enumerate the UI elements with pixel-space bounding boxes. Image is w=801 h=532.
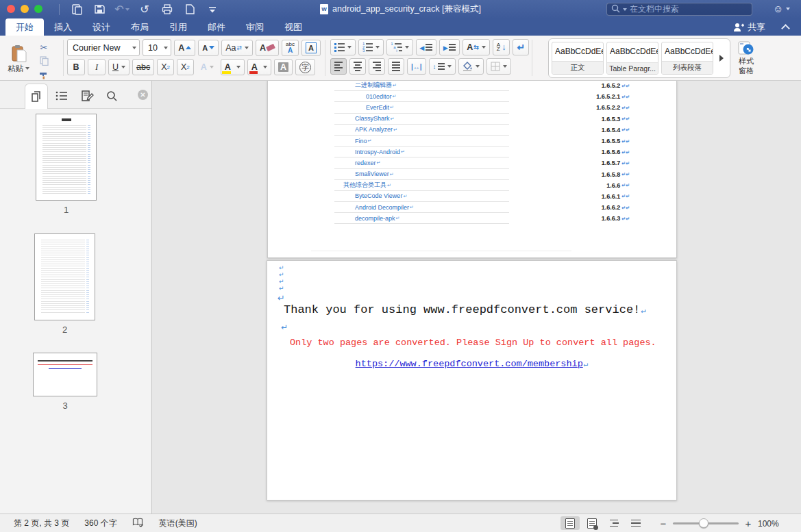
close-sidebar-button[interactable]: ✕ xyxy=(138,90,148,100)
document-canvas[interactable]: 二进制编辑器↵ 1.6.5.2↵↵ 010editor↵ 1.6.5.2.1↵↵ xyxy=(152,81,801,514)
shading-bucket-button[interactable] xyxy=(458,58,484,75)
find-pane-tab[interactable] xyxy=(100,84,123,108)
toc-entry-link[interactable]: 其他综合类工具 xyxy=(343,181,386,190)
document-page-3[interactable]: ↵↵↵↵ ↵ Thank you for using www.freepdfco… xyxy=(267,260,677,501)
outline-view-button[interactable] xyxy=(604,516,624,530)
revisions-pane-tab[interactable] xyxy=(75,84,99,108)
toc-entry-link[interactable]: ClassyShark xyxy=(355,115,390,122)
font-size-combo[interactable]: 10 xyxy=(143,39,171,56)
zoom-percentage[interactable]: 100% xyxy=(758,519,782,529)
cut-icon[interactable]: ✂ xyxy=(37,42,51,53)
ribbon-tab[interactable]: 设计 xyxy=(82,18,121,36)
subscript-button[interactable]: X2 xyxy=(157,59,174,75)
save-icon[interactable] xyxy=(93,3,106,16)
ribbon-tab[interactable]: 开始 xyxy=(5,18,44,36)
bullets-button[interactable] xyxy=(330,39,356,55)
align-left-button[interactable] xyxy=(330,58,347,75)
zoom-window-button[interactable] xyxy=(34,5,42,13)
change-case-button[interactable]: Aa⇄ xyxy=(221,40,253,56)
toc-entry-link[interactable]: decompile-apk xyxy=(355,215,395,222)
search-scope-caret[interactable] xyxy=(623,8,627,11)
more-styles-button[interactable] xyxy=(716,42,727,75)
character-border-button[interactable]: A xyxy=(301,40,321,56)
membership-link[interactable]: https://www.freepdfconvert.com/membershi… xyxy=(356,359,583,369)
bold-button[interactable]: B xyxy=(67,59,85,75)
decrease-indent-button[interactable]: ◂ xyxy=(416,39,436,55)
web-layout-view-button[interactable] xyxy=(582,516,602,530)
thumbnail-page-preview[interactable] xyxy=(36,114,97,201)
thumbnail-page-preview[interactable] xyxy=(33,353,97,396)
new-document-icon[interactable] xyxy=(183,3,197,16)
underline-button[interactable]: U xyxy=(108,59,130,75)
minimize-window-button[interactable] xyxy=(21,5,29,13)
paste-button[interactable]: 粘贴 xyxy=(4,40,33,78)
zoom-out-button[interactable]: − xyxy=(659,518,667,529)
page-thumbnail[interactable]: 3 xyxy=(33,353,97,411)
redo-icon[interactable]: ↺ xyxy=(138,3,151,16)
font-color-button[interactable]: A xyxy=(247,59,271,75)
zoom-in-button[interactable]: + xyxy=(744,518,752,529)
align-right-button[interactable] xyxy=(369,58,385,75)
align-center-button[interactable] xyxy=(349,58,366,75)
phonetic-guide-button[interactable]: abcA xyxy=(282,40,299,56)
strikethrough-button[interactable]: abc xyxy=(132,59,154,75)
toc-entry-link[interactable]: 010editor xyxy=(366,93,392,100)
ribbon-tab[interactable]: 视图 xyxy=(274,18,312,36)
italic-button[interactable]: I xyxy=(88,59,106,75)
sort-button[interactable]: AZ↓ xyxy=(493,39,510,55)
fit-text-button[interactable]: A⇆ xyxy=(463,39,490,55)
numbering-button[interactable]: 123 xyxy=(358,39,384,55)
style-card[interactable]: AaBbCcDdEe 正文 xyxy=(552,42,604,75)
ribbon-tab[interactable]: 邮件 xyxy=(197,18,236,36)
style-card[interactable]: AaBbCcDdEe Table Paragr... xyxy=(606,42,658,75)
customize-toolbar-icon[interactable] xyxy=(206,3,219,16)
line-spacing-button[interactable]: ↕ xyxy=(429,58,456,75)
styles-pane-button[interactable]: 样式 窗格 xyxy=(737,38,755,76)
clear-formatting-button[interactable]: A xyxy=(256,40,279,56)
share-button[interactable]: 共享 xyxy=(733,18,765,36)
distribute-button[interactable]: |↔| xyxy=(407,58,426,75)
draft-view-button[interactable] xyxy=(626,516,645,530)
style-card[interactable]: AaBbCcDdEe 列表段落 xyxy=(661,42,713,75)
toc-entry-link[interactable]: APK Analyzer xyxy=(355,126,393,133)
zoom-slider[interactable] xyxy=(673,522,739,524)
character-shading-button[interactable]: A xyxy=(274,59,293,75)
page-thumbnail[interactable]: 1 xyxy=(36,114,97,215)
ribbon-tab[interactable]: 引用 xyxy=(159,18,197,36)
toc-entry-link[interactable]: redexer xyxy=(355,160,376,166)
toc-entry-link[interactable]: Introspy-Android xyxy=(355,149,400,155)
toc-entry-link[interactable]: EverEdit xyxy=(366,104,389,111)
ribbon-tab[interactable]: 审阅 xyxy=(236,18,274,36)
highlight-button[interactable]: A xyxy=(221,59,245,75)
ribbon-tab[interactable]: 布局 xyxy=(121,18,159,36)
print-layout-view-button[interactable] xyxy=(560,516,580,530)
language-indicator[interactable]: 英语(美国) xyxy=(159,518,197,529)
grow-font-button[interactable]: A xyxy=(174,40,195,56)
font-name-combo[interactable]: Courier New xyxy=(67,39,140,56)
thumbnail-page-preview[interactable] xyxy=(34,233,95,320)
outline-pane-tab[interactable] xyxy=(50,84,73,108)
superscript-button[interactable]: X2 xyxy=(177,59,194,75)
print-icon[interactable] xyxy=(160,3,174,16)
thumbnails-pane-tab[interactable] xyxy=(25,84,48,109)
borders-button[interactable] xyxy=(486,58,511,75)
toc-entry-link[interactable]: 二进制编辑器 xyxy=(355,81,392,90)
page-indicator[interactable]: 第 2 页, 共 3 页 xyxy=(14,518,69,529)
format-painter-icon[interactable] xyxy=(37,69,51,80)
word-count[interactable]: 360 个字 xyxy=(84,518,116,529)
page-thumbnail[interactable]: 2 xyxy=(34,233,95,335)
justify-button[interactable] xyxy=(388,58,404,75)
close-window-button[interactable] xyxy=(7,5,15,13)
multilevel-list-button[interactable]: 1ai xyxy=(386,39,412,55)
zoom-slider-knob[interactable] xyxy=(699,518,708,528)
toc-entry-link[interactable]: ByteCode Viewer xyxy=(355,192,402,199)
print-preview-icon[interactable] xyxy=(70,3,84,16)
toc-entry-link[interactable]: Android Decompiler xyxy=(355,204,409,211)
feedback-menu[interactable]: ☺ xyxy=(773,3,790,14)
show-formatting-marks-button[interactable]: ↵ xyxy=(513,39,529,55)
increase-indent-button[interactable]: ▸ xyxy=(439,39,460,55)
ribbon-tab[interactable]: 插入 xyxy=(44,18,82,36)
spellcheck-icon[interactable] xyxy=(132,518,144,529)
toc-entry-link[interactable]: Fino xyxy=(355,138,367,144)
document-search-field[interactable]: 在文档中搜索 xyxy=(606,3,752,16)
